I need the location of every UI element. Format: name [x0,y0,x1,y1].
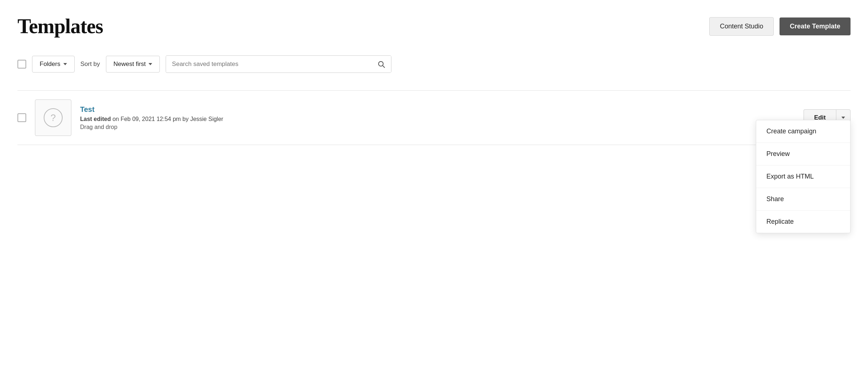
row-checkbox[interactable] [17,113,26,122]
sort-button[interactable]: Newest first [106,56,160,73]
page-header: Templates Content Studio Create Template [17,15,851,38]
template-info: Test Last edited on Feb 09, 2021 12:54 p… [80,105,795,130]
dropdown-menu: Create campaign Preview Export as HTML S… [756,120,851,233]
toolbar: Folders Sort by Newest first [17,55,851,82]
dropdown-item-replicate[interactable]: Replicate [756,211,850,233]
header-actions: Content Studio Create Template [709,17,851,36]
select-all-checkbox[interactable] [17,60,26,69]
template-type: Drag and drop [80,124,795,130]
search-icon [377,60,385,68]
folders-button[interactable]: Folders [32,56,75,73]
sort-value-label: Newest first [114,60,146,68]
last-edited-label: Last edited [80,116,111,122]
template-thumbnail-icon: ? [44,108,63,127]
dropdown-item-preview[interactable]: Preview [756,143,850,165]
dropdown-item-export-html[interactable]: Export as HTML [756,165,850,188]
chevron-down-icon [63,63,67,65]
table-row: ? Test Last edited on Feb 09, 2021 12:54… [17,91,851,145]
page-title: Templates [17,15,103,38]
search-input[interactable] [166,56,371,72]
template-thumbnail: ? [35,99,71,136]
search-container [166,55,391,73]
chevron-down-icon [149,63,152,65]
content-studio-button[interactable]: Content Studio [709,17,774,36]
chevron-down-icon [841,117,845,119]
sort-by-label: Sort by [80,60,100,68]
folders-label: Folders [40,60,60,68]
template-name[interactable]: Test [80,105,795,114]
template-list: ? Test Last edited on Feb 09, 2021 12:54… [17,91,851,145]
template-meta: Last edited on Feb 09, 2021 12:54 pm by … [80,116,795,122]
create-template-button[interactable]: Create Template [780,17,851,35]
svg-line-1 [383,66,384,67]
template-meta-detail: on Feb 09, 2021 12:54 pm by Jessie Sigle… [113,116,223,122]
dropdown-item-share[interactable]: Share [756,188,850,211]
search-button[interactable] [371,56,391,73]
dropdown-item-create-campaign[interactable]: Create campaign [756,120,850,143]
